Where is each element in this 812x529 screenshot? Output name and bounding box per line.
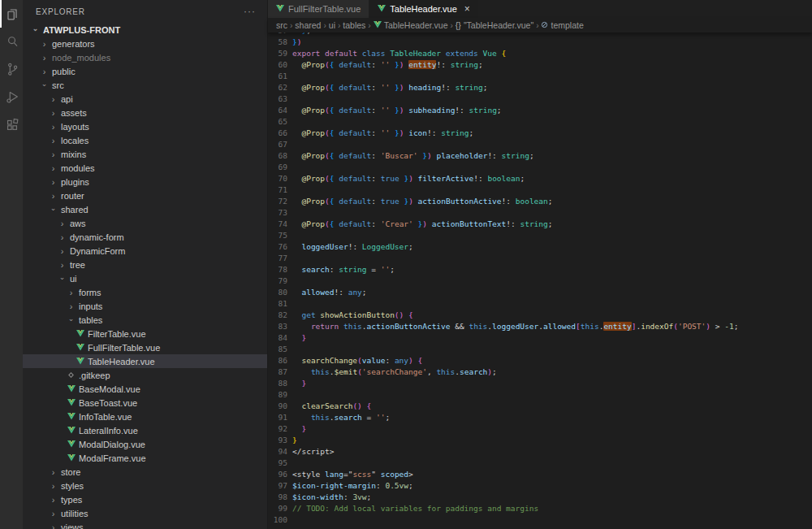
tree-item-shared[interactable]: shared (23, 202, 267, 216)
code-line-91[interactable]: 91 this.search = ''; (268, 412, 812, 423)
code-line-96[interactable]: 96<style lang="scss" scoped> (268, 469, 812, 480)
tree-item-dynamic-form[interactable]: dynamic-form (23, 230, 267, 244)
code-line-76[interactable]: 76 loggedUser!: LoggedUser; (268, 241, 812, 253)
code-line-84[interactable]: 84 } (268, 332, 812, 344)
close-icon[interactable]: × (464, 3, 470, 15)
tree-item-views[interactable]: views (23, 520, 267, 529)
code-line-80[interactable]: 80 allowed!: any; (268, 287, 812, 298)
breadcrumb-item-tables[interactable]: tables (343, 20, 365, 30)
tree-item-plugins[interactable]: plugins (23, 175, 267, 189)
tree-item-router[interactable]: router (23, 189, 267, 202)
line-number: 93 (268, 435, 292, 446)
tree-item-label: inputs (76, 301, 102, 311)
code-line-99[interactable]: 99// TODO: Add local variables for paddi… (268, 503, 812, 514)
activity-item-search[interactable] (0, 28, 23, 55)
code-line-60[interactable]: 60 @Prop({ default: '' }) entity!: strin… (268, 59, 812, 71)
tree-item-modules[interactable]: modules (23, 161, 267, 175)
code-line-98[interactable]: 98$icon-width: 3vw; (268, 492, 812, 503)
code-line-88[interactable]: 88 } (268, 378, 812, 389)
code-line-94[interactable]: 94</script> (268, 446, 812, 457)
tree-item--gitkeep[interactable]: .gitkeep (23, 368, 267, 382)
code-line-58[interactable]: 58}) (268, 37, 812, 48)
breadcrumb-item-template[interactable]: template (541, 20, 583, 30)
tree-item-inputs[interactable]: inputs (23, 299, 267, 313)
code-line-95[interactable]: 95 (268, 457, 812, 469)
code-line-69[interactable]: 69 (268, 162, 812, 173)
tree-item-src[interactable]: src (23, 78, 267, 92)
code-line-75[interactable]: 75 (268, 230, 812, 241)
code-line-71[interactable]: 71 (268, 184, 812, 196)
code-line-78[interactable]: 78 search: string = ''; (268, 264, 812, 275)
code-line-97[interactable]: 97$icon-right-margin: 0.5vw; (268, 480, 812, 492)
tree-item-public[interactable]: public (23, 64, 267, 78)
code-line-70[interactable]: 70 @Prop({ default: true }) filterActive… (268, 173, 812, 184)
code-line-72[interactable]: 72 @Prop({ default: true }) actionButton… (268, 196, 812, 207)
tab-fullfiltertable-vue[interactable]: FullFilterTable.vue (268, 0, 369, 18)
code-line-66[interactable]: 66 @Prop({ default: '' }) icon!: string; (268, 128, 812, 139)
code-line-74[interactable]: 74 @Prop({ default: 'Crear' }) actionBut… (268, 219, 812, 230)
tree-item-styles[interactable]: styles (23, 479, 267, 492)
code-line-93[interactable]: 93} (268, 435, 812, 446)
code-line-64[interactable]: 64 @Prop({ default: '' }) subheading!: s… (268, 105, 812, 116)
activity-item-extensions[interactable] (0, 111, 23, 138)
code-line-86[interactable]: 86 searchChange(value: any) { (268, 355, 812, 366)
breadcrumb-item-tableheader-vue[interactable]: TableHeader.vue (374, 20, 448, 30)
breadcrumb-item--tableheader-vue-[interactable]: {}"TableHeader.vue" (456, 20, 533, 30)
more-actions-icon[interactable]: ··· (244, 8, 256, 15)
tree-item-tables[interactable]: tables (23, 313, 267, 327)
code-line-77[interactable]: 77 (268, 253, 812, 264)
activity-item-explorer[interactable] (0, 0, 23, 28)
breadcrumb-item-shared[interactable]: shared (295, 20, 321, 30)
tree-item-api[interactable]: api (23, 92, 267, 106)
tree-item-layouts[interactable]: layouts (23, 119, 267, 133)
tab-tableheader-vue[interactable]: TableHeader.vue× (369, 0, 478, 18)
tree-item-types[interactable]: types (23, 492, 267, 506)
code-line-68[interactable]: 68 @Prop({ default: 'Buscar' }) placehol… (268, 150, 812, 162)
code-line-79[interactable]: 79 (268, 275, 812, 287)
code-line-61[interactable]: 61 (268, 71, 812, 82)
tree-item-dynamicform[interactable]: DynamicForm (23, 244, 267, 258)
tree-item-basemodal-vue[interactable]: BaseModal.vue (23, 382, 267, 396)
code-line-65[interactable]: 65 (268, 116, 812, 128)
code-line-87[interactable]: 87 this.$emit('searchChange', this.searc… (268, 366, 812, 378)
tree-item-locales[interactable]: locales (23, 133, 267, 147)
tree-item-tableheader-vue[interactable]: TableHeader.vue (23, 354, 267, 368)
breadcrumb-item-src[interactable]: src (276, 20, 287, 30)
code-line-90[interactable]: 90 clearSearch() { (268, 401, 812, 412)
tree-item-assets[interactable]: assets (23, 106, 267, 119)
code-line-83[interactable]: 83 return this.actionButtonActive && thi… (268, 321, 812, 332)
tree-item-node-modules[interactable]: node_modules (23, 50, 267, 64)
code-line-73[interactable]: 73 (268, 207, 812, 219)
code-line-63[interactable]: 63 (268, 93, 812, 105)
tree-item-ui[interactable]: ui (23, 271, 267, 285)
tree-item-filtertable-vue[interactable]: FilterTable.vue (23, 327, 267, 340)
tree-item-forms[interactable]: forms (23, 285, 267, 299)
tree-item-atwplus-front[interactable]: ATWPLUS-FRONT (23, 23, 267, 37)
code-line-59[interactable]: 59export default class TableHeader exten… (268, 48, 812, 59)
breadcrumb-item-ui[interactable]: ui (329, 20, 335, 30)
line-number: 69 (268, 162, 292, 173)
tree-item-infotable-vue[interactable]: InfoTable.vue (23, 410, 267, 423)
tree-item-utilities[interactable]: utilities (23, 506, 267, 520)
tree-item-basetoast-vue[interactable]: BaseToast.vue (23, 396, 267, 410)
code-line-67[interactable]: 67 (268, 139, 812, 150)
tree-item-mixins[interactable]: mixins (23, 147, 267, 161)
code-editor[interactable]: 57 },58})59export default class TableHea… (268, 33, 812, 529)
tree-item-modalframe-vue[interactable]: ModalFrame.vue (23, 451, 267, 465)
activity-item-source-control[interactable] (0, 55, 23, 83)
tree-item-store[interactable]: store (23, 465, 267, 479)
code-line-92[interactable]: 92 } (268, 423, 812, 435)
tree-item-generators[interactable]: generators (23, 37, 267, 50)
activity-item-run-debug[interactable] (0, 83, 23, 111)
code-line-62[interactable]: 62 @Prop({ default: '' }) heading!: stri… (268, 82, 812, 93)
code-line-100[interactable]: 100 (268, 514, 812, 526)
code-line-89[interactable]: 89 (268, 389, 812, 401)
tree-item-modaldialog-vue[interactable]: ModalDialog.vue (23, 437, 267, 451)
tree-item-fullfiltertable-vue[interactable]: FullFilterTable.vue (23, 340, 267, 354)
code-line-81[interactable]: 81 (268, 298, 812, 310)
tree-item-lateralinfo-vue[interactable]: LateralInfo.vue (23, 423, 267, 437)
code-line-82[interactable]: 82 get showActionButton() { (268, 310, 812, 321)
code-line-85[interactable]: 85 (268, 344, 812, 355)
tree-item-tree[interactable]: tree (23, 258, 267, 271)
tree-item-aws[interactable]: aws (23, 216, 267, 230)
